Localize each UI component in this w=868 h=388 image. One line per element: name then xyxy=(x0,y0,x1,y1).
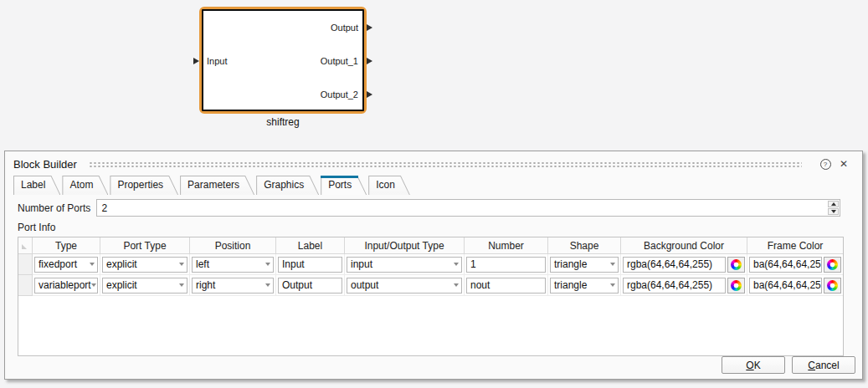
arrow-down-icon xyxy=(831,210,836,213)
spin-down-button[interactable] xyxy=(828,208,839,215)
background-color-field[interactable]: rgba(64,64,64,255) xyxy=(623,278,726,294)
color-wheel-icon xyxy=(731,259,742,270)
col-header-io-type[interactable]: Input/Output Type xyxy=(345,237,465,254)
table-row: variableport explicit right Output outpu… xyxy=(18,275,843,296)
row-header[interactable] xyxy=(18,275,33,296)
shape-select[interactable]: triangle xyxy=(550,278,619,294)
panel-titlebar: Block Builder ? ✕ xyxy=(5,151,862,175)
block-diagram-canvas: Input Output Output_1 Output_2 shiftreg xyxy=(0,0,868,142)
col-header-position[interactable]: Position xyxy=(190,237,276,254)
spin-up-button[interactable] xyxy=(828,201,839,207)
port-type-select[interactable]: explicit xyxy=(102,257,187,273)
frame-color-field[interactable]: ba(64,64,64,255) xyxy=(749,278,822,294)
output-port-arrow-icon xyxy=(367,24,372,31)
arrow-up-icon xyxy=(831,202,836,206)
number-of-ports-value: 2 xyxy=(101,202,107,214)
output1-port-label: Output_1 xyxy=(321,56,358,66)
frame-color-field[interactable]: ba(64,64,64,255) xyxy=(749,257,822,273)
panel-title: Block Builder xyxy=(13,158,77,171)
tab-icon[interactable]: Icon xyxy=(368,176,410,195)
dropdown-arrow-icon xyxy=(90,263,95,266)
number-of-ports-row: Number of Ports 2 xyxy=(18,199,840,217)
background-color-picker-button[interactable] xyxy=(727,257,745,273)
col-header-type[interactable]: Type xyxy=(33,237,100,254)
color-wheel-icon xyxy=(827,280,838,291)
number-field[interactable]: 1 xyxy=(466,257,546,273)
drag-handle[interactable] xyxy=(89,161,802,168)
col-header-background-color[interactable]: Background Color xyxy=(621,237,747,254)
shape-select[interactable]: triangle xyxy=(550,257,619,273)
dropdown-arrow-icon xyxy=(91,283,96,287)
number-of-ports-input[interactable]: 2 xyxy=(96,199,840,217)
row-header[interactable] xyxy=(18,254,33,275)
help-icon[interactable]: ? xyxy=(819,157,832,171)
tab-label[interactable]: Label xyxy=(13,176,60,195)
position-select[interactable]: right xyxy=(192,278,274,294)
background-color-picker-button[interactable] xyxy=(727,278,745,294)
tab-graphics[interactable]: Graphics xyxy=(256,176,319,195)
tab-bar: Label Atom Properties Parameters Graphic… xyxy=(5,175,862,195)
corner-triangle-icon xyxy=(22,244,27,249)
port-type-select[interactable]: explicit xyxy=(102,278,187,294)
input-port-label: Input xyxy=(207,56,227,66)
cancel-button[interactable]: Cancel xyxy=(792,356,855,374)
dropdown-arrow-icon xyxy=(265,283,270,287)
color-wheel-icon xyxy=(731,280,742,291)
col-header-port-type[interactable]: Port Type xyxy=(100,237,190,254)
background-color-field[interactable]: rgba(64,64,64,255) xyxy=(623,257,726,273)
dropdown-arrow-icon xyxy=(179,263,184,266)
output2-port-label: Output_2 xyxy=(321,89,358,100)
table-corner[interactable] xyxy=(18,237,33,254)
desktop-background: Input Output Output_1 Output_2 shiftreg … xyxy=(0,0,868,388)
col-header-label[interactable]: Label xyxy=(276,237,345,254)
table-header-row: Type Port Type Position Label Input/Outp… xyxy=(18,237,843,254)
table-row: fixedport explicit left Input input 1 tr… xyxy=(18,254,843,275)
output-port-label: Output xyxy=(331,23,358,33)
output2-port-arrow-icon xyxy=(367,91,372,98)
col-header-number[interactable]: Number xyxy=(465,237,548,254)
dropdown-arrow-icon xyxy=(265,263,270,266)
dropdown-arrow-icon xyxy=(610,283,615,287)
output1-port-arrow-icon xyxy=(367,58,372,64)
dropdown-arrow-icon xyxy=(179,283,184,287)
type-select[interactable]: fixedport xyxy=(34,257,98,273)
tab-parameters[interactable]: Parameters xyxy=(180,176,254,195)
label-field[interactable]: Input xyxy=(278,257,342,273)
tab-atom[interactable]: Atom xyxy=(62,176,108,195)
port-info-table: Type Port Type Position Label Input/Outp… xyxy=(18,237,844,356)
tab-ports[interactable]: Ports xyxy=(321,176,367,195)
dropdown-arrow-icon xyxy=(454,263,459,266)
label-field[interactable]: Output xyxy=(278,278,342,294)
io-type-select[interactable]: input xyxy=(347,257,462,273)
frame-color-picker-button[interactable] xyxy=(824,278,841,294)
dropdown-arrow-icon xyxy=(610,263,615,266)
dropdown-arrow-icon xyxy=(454,283,459,287)
input-port-arrow-icon xyxy=(193,58,199,64)
frame-color-picker-button[interactable] xyxy=(824,257,841,273)
number-of-ports-label: Number of Ports xyxy=(18,202,90,214)
close-icon[interactable]: ✕ xyxy=(837,157,850,171)
number-field[interactable]: nout xyxy=(466,278,546,294)
tab-properties[interactable]: Properties xyxy=(110,176,178,195)
dialog-button-row: OK Cancel xyxy=(722,356,855,374)
block-builder-panel: Block Builder ? ✕ Label Atom Properties … xyxy=(4,151,863,380)
io-type-select[interactable]: output xyxy=(347,278,462,294)
shiftreg-block[interactable]: Input Output Output_1 Output_2 xyxy=(199,7,367,114)
type-select[interactable]: variableport xyxy=(34,278,98,294)
ok-button[interactable]: OK xyxy=(722,356,785,374)
color-wheel-icon xyxy=(827,259,838,270)
port-info-label: Port Info xyxy=(18,222,862,233)
spinner xyxy=(828,201,839,215)
position-select[interactable]: left xyxy=(192,257,274,273)
col-header-frame-color[interactable]: Frame Color xyxy=(747,237,843,254)
col-header-shape[interactable]: Shape xyxy=(548,237,621,254)
block-name-label: shiftreg xyxy=(199,116,367,128)
